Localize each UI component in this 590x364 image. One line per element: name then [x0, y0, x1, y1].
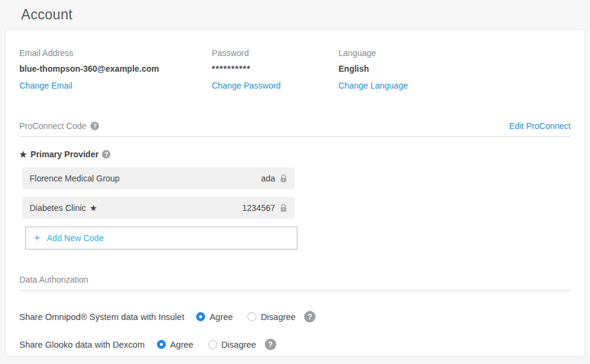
insulet-agree-radio[interactable]	[196, 312, 205, 321]
lock-icon	[280, 174, 287, 183]
provider-code-text: ada	[261, 174, 275, 183]
dexcom-agree-label: Agree	[170, 340, 194, 350]
provider-name: Diabetes Clinic ★	[30, 203, 97, 213]
data-authorization-header: Data Authorization	[19, 274, 571, 291]
change-language-link[interactable]: Change Language	[338, 81, 408, 90]
password-masked-value: **********	[212, 64, 338, 74]
lock-icon	[280, 204, 287, 212]
star-icon: ★	[19, 149, 27, 159]
insulet-disagree-radio[interactable]	[247, 312, 256, 321]
dexcom-disagree-radio[interactable]	[208, 340, 217, 349]
dexcom-agree-radio[interactable]	[157, 340, 166, 349]
page-title: Account	[21, 7, 72, 23]
proconnect-label-group: ProConnect Code ?	[19, 121, 99, 131]
insulet-agree-option[interactable]: Agree	[196, 312, 233, 322]
primary-provider-heading: ★ Primary Provider ?	[19, 149, 571, 159]
language-column: Language English Change Language	[338, 48, 408, 91]
radio-dot	[160, 343, 163, 346]
proconnect-section-header: ProConnect Code ? Edit ProConnect	[19, 121, 571, 137]
account-card: Email Address blue-thompson-360@example.…	[5, 29, 585, 357]
change-email-link[interactable]: Change Email	[19, 81, 72, 90]
share-insulet-row: Share Omnipod® System data with Insulet …	[19, 311, 571, 322]
provider-name-text: Florence Medical Group	[30, 174, 119, 183]
share-dexcom-row: Share Glooko data with Dexcom Agree Disa…	[19, 339, 571, 350]
dexcom-disagree-label: Disagree	[221, 340, 256, 350]
insulet-disagree-option[interactable]: Disagree	[247, 312, 296, 322]
insulet-help-icon[interactable]: ?	[304, 311, 316, 322]
primary-provider-help-icon[interactable]: ?	[102, 150, 110, 158]
email-value: blue-thompson-360@example.com	[19, 64, 212, 74]
primary-provider-label: Primary Provider	[31, 149, 99, 159]
dexcom-agree-option[interactable]: Agree	[157, 340, 194, 350]
add-new-code-label: Add New Code	[47, 233, 104, 243]
provider-row: Diabetes Clinic ★ 1234567	[22, 197, 294, 219]
share-insulet-question: Share Omnipod® System data with Insulet	[19, 312, 184, 322]
plus-icon: +	[34, 233, 40, 243]
proconnect-code-label: ProConnect Code	[19, 121, 86, 131]
insulet-disagree-label: Disagree	[261, 312, 296, 322]
provider-code: ada	[261, 174, 287, 183]
edit-proconnect-link[interactable]: Edit ProConnect	[509, 121, 571, 131]
page-title-bar: Account	[0, 0, 590, 29]
provider-code-list: Florence Medical Group ada Diabetes Clin…	[22, 168, 294, 249]
account-info-section: Email Address blue-thompson-360@example.…	[19, 30, 571, 91]
provider-name-text: Diabetes Clinic	[30, 203, 86, 213]
add-new-code-button[interactable]: + Add New Code	[25, 227, 297, 249]
share-dexcom-question: Share Glooko data with Dexcom	[19, 340, 145, 350]
data-authorization-label: Data Authorization	[19, 275, 88, 284]
radio-dot	[199, 315, 202, 318]
password-label: Password	[212, 48, 338, 58]
provider-code: 1234567	[242, 203, 287, 213]
email-label: Email Address	[19, 48, 212, 58]
email-column: Email Address blue-thompson-360@example.…	[19, 48, 212, 91]
dexcom-help-icon[interactable]: ?	[265, 339, 276, 350]
change-password-link[interactable]: Change Password	[212, 81, 281, 90]
password-column: Password ********** Change Password	[212, 48, 338, 91]
provider-name: Florence Medical Group	[30, 174, 119, 183]
dexcom-disagree-option[interactable]: Disagree	[208, 340, 256, 350]
provider-row: Florence Medical Group ada	[22, 168, 294, 189]
proconnect-help-icon[interactable]: ?	[90, 122, 99, 130]
provider-code-text: 1234567	[242, 203, 275, 213]
insulet-agree-label: Agree	[209, 312, 233, 322]
language-label: Language	[338, 48, 408, 58]
language-value: English	[338, 64, 408, 74]
primary-star-icon: ★	[89, 203, 97, 213]
